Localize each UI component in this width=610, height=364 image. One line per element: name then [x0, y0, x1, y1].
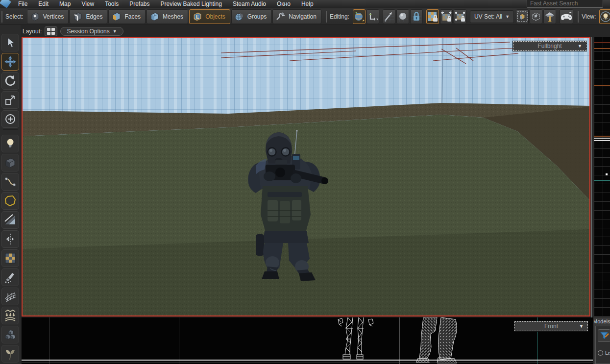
select-mode-edges-button[interactable]: Edges — [70, 9, 107, 24]
lock-icon — [411, 11, 422, 23]
grid-layout-icon — [47, 28, 55, 35]
mirror-icon — [4, 233, 17, 245]
eyedropper-button[interactable] — [383, 9, 395, 24]
fast-asset-search-input[interactable] — [527, 0, 603, 8]
grid-line — [22, 363, 593, 363]
deform-tool-button[interactable] — [1, 307, 19, 324]
wireframe-model-dense[interactable] — [416, 317, 457, 363]
layout-grid-button[interactable] — [45, 26, 57, 36]
select-mode-objects-button[interactable]: E Objects — [189, 9, 230, 24]
red-wire-line — [594, 42, 610, 43]
left-tool-column — [0, 25, 21, 364]
rotate-icon — [4, 75, 16, 87]
rifle-scope — [275, 160, 287, 165]
select-mode-faces-button[interactable]: Faces — [108, 9, 146, 24]
circle-plus-icon — [4, 113, 16, 125]
selected-brush-wireframe[interactable] — [221, 42, 518, 64]
surface-grid-icon — [4, 290, 17, 303]
lightbulb-circle-icon — [600, 11, 610, 23]
shading-mode-dropdown[interactable]: Fullbright ▼ — [513, 41, 586, 51]
add-tool-button[interactable] — [1, 110, 19, 128]
select-mode-vertices-button[interactable]: Vertices — [27, 9, 69, 24]
model-filter-button[interactable] — [598, 329, 610, 342]
menu-preview-baked-lighting[interactable]: Preview Baked Lighting — [155, 0, 227, 8]
path-curve-icon — [4, 175, 17, 188]
local-axes-icon — [367, 11, 379, 23]
orange-grid-line — [594, 48, 610, 49]
models-panel: Models List — [594, 317, 610, 364]
surface-tool-button[interactable] — [1, 288, 19, 305]
translate-tool-button[interactable] — [1, 53, 19, 71]
vertex-handle[interactable] — [606, 173, 608, 175]
sphere-icon — [397, 11, 409, 23]
light-tool-button[interactable] — [1, 135, 19, 152]
view-mode-dropdown[interactable]: Front ▼ — [514, 321, 588, 331]
vertices-cube-icon — [30, 11, 41, 22]
cube-select-icon — [516, 11, 528, 23]
block-tool-button[interactable] — [1, 154, 19, 171]
prop-button[interactable] — [543, 9, 556, 24]
texture-scale-lock-button[interactable] — [454, 9, 466, 24]
filter-funnel-icon — [599, 331, 609, 340]
polygon-icon — [4, 194, 17, 207]
menu-file[interactable]: File — [13, 0, 33, 8]
texture-scale-lock-icon — [454, 11, 466, 23]
toolbar-grip[interactable] — [326, 11, 327, 23]
radio-icon — [598, 350, 603, 356]
gamepad-icon — [560, 11, 573, 23]
select-mode-navigation-button[interactable]: Navigation — [272, 9, 321, 24]
uv-set-dropdown[interactable]: UV Set: All ▼ — [470, 10, 514, 23]
menu-map[interactable]: Map — [54, 0, 76, 8]
session-options-button[interactable]: Session Options ▼ — [60, 27, 123, 36]
path-tool-button[interactable] — [1, 173, 19, 191]
select-mode-groups-button[interactable]: Groups — [231, 9, 271, 24]
uv-lock-button[interactable] — [410, 9, 423, 24]
main-toolbar: Select: Vertices Edges Faces Meshes E Ob… — [0, 8, 610, 25]
groups-sphere-icon — [234, 11, 245, 22]
svg-text:E: E — [196, 14, 199, 20]
texture-lock-button[interactable] — [426, 9, 439, 24]
lightbulb-view-button[interactable] — [599, 9, 610, 24]
menu-prefabs[interactable]: Prefabs — [124, 0, 155, 8]
main-3d-viewport[interactable]: Fullbright ▼ — [22, 37, 590, 316]
cube-dashed-button[interactable] — [530, 9, 542, 24]
select-tool-button[interactable] — [1, 34, 19, 51]
toolbar-grip[interactable] — [578, 11, 579, 23]
polygon-tool-button[interactable] — [1, 192, 19, 210]
list-view-radio[interactable]: List — [598, 350, 610, 356]
prop-icon — [544, 11, 556, 23]
world-space-transform-button[interactable] — [353, 9, 366, 24]
menu-help[interactable]: Help — [296, 0, 319, 8]
clip-tool-button[interactable] — [1, 211, 19, 229]
rotate-tool-button[interactable] — [1, 72, 19, 90]
block-cube-icon — [4, 156, 17, 169]
toolbar-grip[interactable] — [1, 11, 2, 23]
side-2d-viewport[interactable] — [594, 37, 610, 316]
menu-window[interactable]: Окно — [271, 0, 296, 8]
scale-tool-button[interactable] — [1, 91, 19, 109]
texture-translate-lock-button[interactable] — [440, 9, 453, 24]
sphere-project-button[interactable] — [396, 9, 409, 24]
texture-tool-button[interactable] — [1, 249, 19, 267]
app-logo-icon — [0, 0, 10, 8]
cube-select-button[interactable] — [516, 9, 529, 24]
local-space-transform-button[interactable] — [366, 9, 379, 24]
mirror-tool-button[interactable] — [1, 230, 19, 248]
paint-tool-button[interactable] — [1, 268, 19, 286]
orange-grid-line — [594, 85, 610, 86]
foliage-tool-button[interactable] — [1, 345, 19, 363]
menu-tools[interactable]: Tools — [99, 0, 124, 8]
select-mode-meshes-button[interactable]: Meshes — [146, 9, 188, 24]
front-wireframe-viewport[interactable]: Front ▼ — [22, 317, 593, 364]
wireframe-model-lowpoly[interactable] — [338, 317, 373, 359]
texture-translate-lock-icon — [440, 11, 452, 23]
paint-brush-icon — [4, 271, 17, 284]
menu-edit[interactable]: Edit — [33, 0, 54, 8]
ground-grid-line — [22, 360, 593, 361]
viewport-splitter[interactable] — [590, 37, 594, 364]
layout-label: Layout: — [23, 28, 42, 35]
menu-steam-audio[interactable]: Steam Audio — [227, 0, 271, 8]
gamepad-button[interactable] — [560, 9, 573, 24]
physics-tool-button[interactable] — [1, 326, 19, 343]
menu-view[interactable]: View — [76, 0, 99, 8]
